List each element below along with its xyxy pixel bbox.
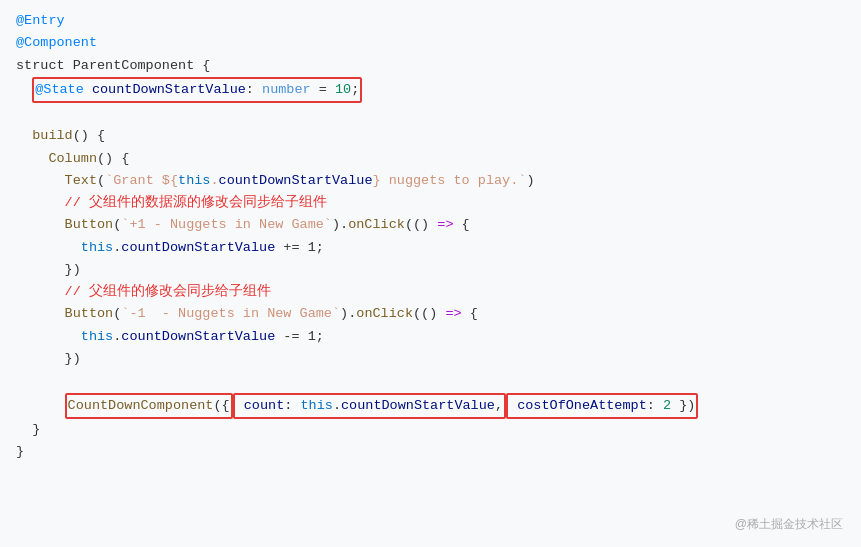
prop-4: countDownStartValue: [341, 398, 495, 413]
prop-3: countDownStartValue: [121, 329, 275, 344]
line-7: Column() {: [16, 148, 845, 170]
line-18: CountDownComponent({ count: this.countDo…: [16, 393, 845, 419]
close-paren-2: }): [65, 351, 81, 366]
count-param: count: [244, 398, 285, 413]
state-highlight-box: @State countDownStartValue: number = 10;: [32, 77, 362, 103]
close-brace-2: }: [16, 444, 24, 459]
state-var: countDownStartValue: [92, 82, 246, 97]
line-8: Text(`Grant ${this.countDownStartValue} …: [16, 170, 845, 192]
line-15: this.countDownStartValue -= 1;: [16, 326, 845, 348]
line-13: // 父组件的修改会同步给子组件: [16, 281, 845, 303]
struct-keyword: struct ParentComponent {: [16, 58, 210, 73]
line-12: }): [16, 259, 845, 281]
close-brace-1: }: [32, 422, 40, 437]
line-4: @State countDownStartValue: number = 10;: [16, 77, 845, 103]
line-1: @Entry: [16, 10, 845, 32]
button-method-2: Button: [65, 306, 114, 321]
type-number: number: [262, 82, 311, 97]
line-9: // 父组件的数据源的修改会同步给子组件: [16, 192, 845, 214]
line-11: this.countDownStartValue += 1;: [16, 237, 845, 259]
text-method: Text: [65, 173, 97, 188]
build-method: build: [32, 128, 73, 143]
number-10: 10: [335, 82, 351, 97]
template-str-1: `Grant ${: [105, 173, 178, 188]
column-method: Column: [48, 151, 97, 166]
this-kw-3: this: [81, 329, 113, 344]
watermark: @稀土掘金技术社区: [735, 515, 843, 535]
comment-2: // 父组件的修改会同步给子组件: [65, 284, 271, 299]
button-method-1: Button: [65, 217, 114, 232]
line-10: Button(`+1 - Nuggets in New Game`).onCli…: [16, 214, 845, 236]
component-box-start: CountDownComponent({: [65, 393, 233, 419]
line-17: [16, 370, 845, 392]
cost-param: costOfOneAttempt: [517, 398, 647, 413]
state-decorator: @State: [35, 82, 84, 97]
line-16: }): [16, 348, 845, 370]
arrow-1: =>: [437, 217, 453, 232]
arrow-2: =>: [445, 306, 461, 321]
close-paren-1: }): [65, 262, 81, 277]
component-box-cost: costOfOneAttempt: 2 }): [506, 393, 698, 419]
this-kw-1: this: [178, 173, 210, 188]
code-container: @Entry @Component struct ParentComponent…: [0, 0, 861, 547]
line-5: [16, 103, 845, 125]
countdown-component: CountDownComponent: [68, 398, 214, 413]
line-19: }: [16, 419, 845, 441]
line-14: Button(`-1 - Nuggets in New Game`).onCli…: [16, 303, 845, 325]
template-str-3: `-1 - Nuggets in New Game`: [121, 306, 340, 321]
line-6: build() {: [16, 125, 845, 147]
comment-1: // 父组件的数据源的修改会同步给子组件: [65, 195, 327, 210]
decorator-entry: @Entry: [16, 13, 65, 28]
this-kw-2: this: [81, 240, 113, 255]
line-20: }: [16, 441, 845, 463]
line-2: @Component: [16, 32, 845, 54]
onclick-method-2: onClick: [356, 306, 413, 321]
prop-2: countDownStartValue: [121, 240, 275, 255]
decorator-component: @Component: [16, 35, 97, 50]
number-2: 2: [663, 398, 671, 413]
onclick-method-1: onClick: [348, 217, 405, 232]
line-3: struct ParentComponent {: [16, 55, 845, 77]
prop-1: countDownStartValue: [219, 173, 373, 188]
template-str-2: `+1 - Nuggets in New Game`: [121, 217, 332, 232]
component-box-params: count: this.countDownStartValue,: [233, 393, 506, 419]
this-kw-4: this: [300, 398, 332, 413]
